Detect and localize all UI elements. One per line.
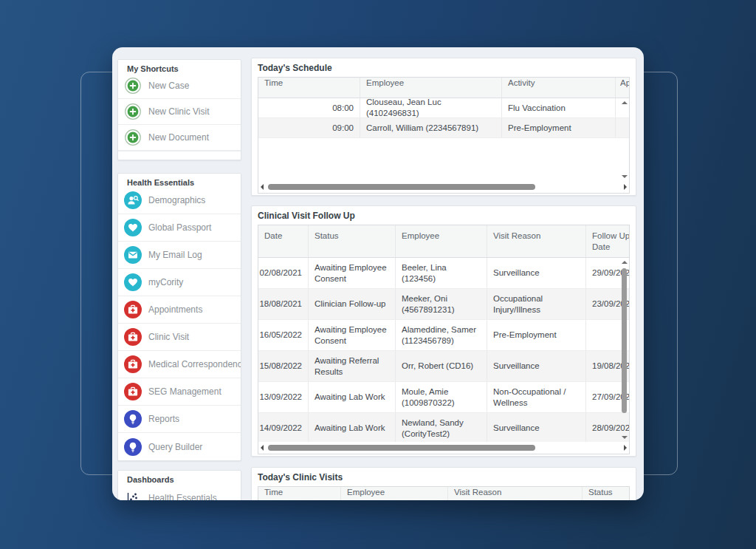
cell-visit-reason: Pre-Employment <box>487 320 586 350</box>
cell-date: 15/08/2022 <box>258 351 309 381</box>
cell-employee: Beeler, Lina (123456) <box>396 258 487 288</box>
follow-up-grid: Date Status Employee Visit Reason Follow… <box>258 225 630 454</box>
cell-status: Awaiting Employee Consent <box>309 320 396 350</box>
sidebar-item-demographics[interactable]: Demographics <box>118 187 241 214</box>
column-header-employee[interactable]: Employee <box>396 225 487 257</box>
cell-status: Awaiting Lab Work <box>309 382 396 412</box>
cell-employee: Moule, Amie (1009870322) <box>396 382 487 412</box>
sidebar: My Shortcuts New Case New Clinic Visit N… <box>117 59 241 500</box>
lightbulb-icon <box>124 410 142 428</box>
scroll-left-arrow[interactable] <box>261 184 264 190</box>
section-title: Health Essentials <box>118 174 241 187</box>
horizontal-scrollbar <box>258 442 629 454</box>
scroll-right-arrow[interactable] <box>624 445 627 451</box>
demographics-icon <box>124 191 142 209</box>
background: My Shortcuts New Case New Clinic Visit N… <box>0 0 756 549</box>
scroll-right-arrow[interactable] <box>624 184 627 190</box>
vertical-scroll-thumb[interactable] <box>622 268 627 413</box>
cell-date: 18/08/2021 <box>258 289 309 319</box>
clinical-visit-follow-up-widget: Clinical Visit Follow Up Date Status Emp… <box>251 205 636 457</box>
sidebar-item-new-case[interactable]: New Case <box>118 73 241 99</box>
column-header-activity[interactable]: Activity <box>502 78 616 98</box>
sidebar-item-medical-correspondence[interactable]: Medical Correspondence <box>118 351 241 378</box>
table-row[interactable]: 13/09/2022 Awaiting Lab Work Moule, Amie… <box>258 382 629 413</box>
cell-employee: Clouseau, Jean Luc (4102496831) <box>360 98 502 117</box>
sidebar-item-label: New Document <box>148 132 209 143</box>
cell-status: Clinician Follow-up <box>309 289 396 319</box>
widget-title: Today's Clinic Visits <box>258 472 630 483</box>
sidebar-item-mycority[interactable]: myCority <box>118 269 241 296</box>
sidebar-item-global-passport[interactable]: Global Passport <box>118 214 241 242</box>
sidebar-item-label: myCority <box>148 277 183 287</box>
clinic-visits-grid: Time Employee Visit Reason Status <box>258 486 630 500</box>
sidebar-item-appointments[interactable]: Appointments <box>118 296 241 324</box>
horizontal-scroll-thumb[interactable] <box>268 184 535 190</box>
scroll-down-arrow[interactable] <box>622 436 628 439</box>
scroll-up-arrow[interactable] <box>622 101 628 104</box>
cell-employee: Carroll, William (2234567891) <box>360 118 502 137</box>
medical-bag-icon <box>124 383 142 400</box>
column-header-employee[interactable]: Employee <box>360 78 502 98</box>
sidebar-item-query-builder[interactable]: Query Builder <box>118 433 241 460</box>
heart-icon <box>124 219 142 236</box>
cell-employee: Orr, Robert (CD16) <box>396 351 487 381</box>
sidebar-item-label: Appointments <box>148 304 202 315</box>
horizontal-scroll-thumb[interactable] <box>268 445 535 451</box>
table-row[interactable]: 16/05/2022 Awaiting Employee Consent Ala… <box>258 320 629 351</box>
cell-activity: Pre-Employment <box>502 118 616 137</box>
column-header-status[interactable]: Status <box>583 487 629 500</box>
table-row[interactable]: 02/08/2021 Awaiting Employee Consent Bee… <box>258 258 629 289</box>
table-row[interactable]: 08:00 Clouseau, Jean Luc (4102496831) Fl… <box>258 98 629 118</box>
column-header-date[interactable]: Date <box>258 225 309 257</box>
column-header-visit-reason[interactable]: Visit Reason <box>487 225 586 257</box>
cell-employee: Meeker, Oni (4567891231) <box>396 289 487 319</box>
plus-icon <box>124 129 142 146</box>
sidebar-item-label: Medical Correspondence <box>148 359 241 369</box>
sidebar-item-label: Health Essentials <box>148 493 217 501</box>
cell-date: 13/09/2022 <box>258 382 309 412</box>
medical-bag-icon <box>124 355 142 373</box>
sidebar-item-new-document[interactable]: New Document <box>118 125 241 151</box>
sidebar-item-my-email-log[interactable]: My Email Log <box>118 242 241 269</box>
table-row[interactable]: 09:00 Carroll, William (2234567891) Pre-… <box>258 118 629 138</box>
column-header-employee[interactable]: Employee <box>341 487 448 500</box>
schedule-body: 08:00 Clouseau, Jean Luc (4102496831) Fl… <box>258 98 629 181</box>
sidebar-item-label: Query Builder <box>148 442 202 452</box>
medical-bag-icon <box>124 328 142 346</box>
heart-icon <box>124 273 142 291</box>
sidebar-item-seg-management[interactable]: SEG Management <box>118 378 241 406</box>
follow-up-header-row: Date Status Employee Visit Reason Follow… <box>258 225 629 258</box>
section-title: My Shortcuts <box>118 60 241 73</box>
sidebar-item-reports[interactable]: Reports <box>118 406 241 433</box>
widget-title: Clinical Visit Follow Up <box>258 211 630 222</box>
plus-icon <box>124 103 142 120</box>
section-title: Dashboards <box>118 471 241 484</box>
sidebar-item-clinic-visit[interactable]: Clinic Visit <box>118 324 241 351</box>
panel-footer-strip <box>118 151 241 160</box>
plus-icon <box>124 77 142 95</box>
column-header-time[interactable]: Time <box>258 487 341 500</box>
sidebar-item-label: My Email Log <box>148 250 202 260</box>
cell-time: 08:00 <box>258 98 360 117</box>
column-header-follow-up-date[interactable]: Follow Up Date <box>586 225 630 257</box>
column-header-time[interactable]: Time <box>258 78 360 98</box>
vertical-scrollbar <box>619 98 629 181</box>
cell-visit-reason: Surveillance <box>487 258 586 288</box>
scroll-left-arrow[interactable] <box>261 445 264 451</box>
table-row[interactable]: 18/08/2021 Clinician Follow-up Meeker, O… <box>258 289 629 320</box>
table-row[interactable]: 15/08/2022 Awaiting Referral Results Orr… <box>258 351 629 382</box>
cell-status: Awaiting Lab Work <box>309 413 396 442</box>
sidebar-item-label: Clinic Visit <box>148 332 189 342</box>
sidebar-item-label: SEG Management <box>148 386 221 397</box>
sidebar-item-health-essentials-dashboard[interactable]: Health Essentials <box>118 484 241 500</box>
sidebar-item-new-clinic-visit[interactable]: New Clinic Visit <box>118 99 241 125</box>
scroll-up-arrow[interactable] <box>622 261 628 264</box>
column-header-visit-reason[interactable]: Visit Reason <box>448 487 583 500</box>
column-header-status[interactable]: Status <box>309 225 396 257</box>
scroll-down-arrow[interactable] <box>622 175 628 178</box>
lightbulb-icon <box>124 438 142 456</box>
column-header-appointment[interactable]: Ap <box>616 78 630 98</box>
table-row[interactable]: 14/09/2022 Awaiting Lab Work Newland, Sa… <box>258 413 629 442</box>
cell-activity: Flu Vaccination <box>502 98 616 117</box>
scatter-chart-icon <box>124 489 142 501</box>
